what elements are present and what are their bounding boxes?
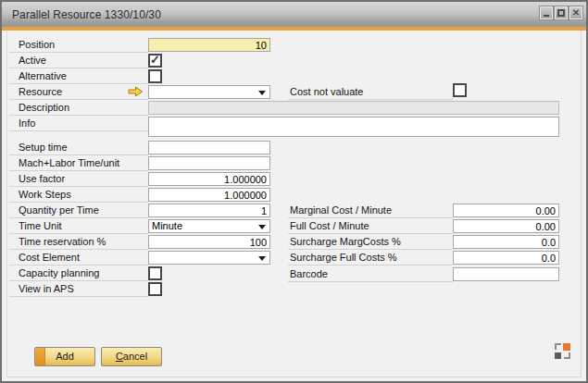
marginal-cost-label: Marginal Cost / Minute: [288, 204, 453, 218]
info-input[interactable]: [148, 117, 559, 137]
maximize-icon: [557, 9, 565, 17]
quantity-per-time-label: Quantity per Time: [9, 204, 148, 218]
minimize-button[interactable]: [540, 6, 553, 19]
dialog-window: Parallel Resource 1330/10/30 ✕ Position …: [0, 0, 588, 383]
description-input: [148, 101, 559, 115]
close-icon: ✕: [572, 8, 580, 18]
active-label: Active: [9, 54, 148, 68]
position-label: Position: [9, 38, 148, 53]
cancel-button-label: Cancel: [116, 351, 147, 362]
chevron-down-icon: [258, 225, 266, 229]
maximize-button[interactable]: [555, 6, 568, 19]
cost-not-valuate-label: Cost not valuate: [288, 85, 453, 100]
view-in-aps-label: View in APS: [9, 282, 148, 297]
time-unit-value: Minute: [152, 220, 182, 231]
window-title: Parallel Resource 1330/10/30: [12, 8, 161, 21]
setup-time-input[interactable]: [148, 141, 270, 154]
info-label: Info: [9, 117, 148, 131]
cost-element-dropdown[interactable]: [148, 251, 270, 265]
add-button[interactable]: Add: [34, 347, 95, 366]
time-reservation-label: Time reservation %: [9, 235, 148, 250]
resource-dropdown[interactable]: [148, 85, 270, 99]
corner-square-orange: [563, 343, 570, 351]
close-button[interactable]: ✕: [569, 6, 582, 19]
mach-labor-label: Mach+Labor Time/unit: [9, 156, 148, 171]
mach-labor-input[interactable]: [148, 156, 270, 170]
use-factor-input[interactable]: [148, 172, 270, 186]
barcode-label: Barcode: [288, 267, 453, 282]
use-factor-label: Use factor: [9, 172, 148, 187]
chevron-down-icon: [258, 91, 266, 95]
time-reservation-input[interactable]: [148, 235, 270, 249]
full-cost-input[interactable]: [453, 219, 559, 233]
description-label: Description: [9, 101, 148, 116]
barcode-input[interactable]: [453, 267, 559, 281]
surcharge-margcosts-label: Surcharge MargCosts %: [288, 235, 453, 250]
setup-time-label: Setup time: [9, 141, 148, 155]
link-arrow-icon[interactable]: [128, 86, 144, 97]
alternative-checkbox[interactable]: [148, 69, 162, 83]
capacity-planning-label: Capacity planning: [9, 266, 148, 281]
capacity-planning-checkbox[interactable]: [148, 266, 162, 280]
marginal-cost-input[interactable]: [453, 204, 559, 217]
position-input[interactable]: [148, 38, 270, 52]
alternative-label: Alternative: [9, 69, 148, 84]
active-checkbox[interactable]: ✓: [148, 54, 162, 68]
cost-not-valuate-checkbox[interactable]: [453, 83, 467, 97]
full-cost-label: Full Cost / Minute: [288, 219, 453, 234]
form-content: Position Active ✓ Alternative Resource C…: [2, 31, 586, 381]
work-steps-label: Work Steps: [9, 188, 148, 203]
check-icon: ✓: [150, 53, 160, 67]
add-button-label: Add: [56, 351, 74, 362]
cancel-button[interactable]: Cancel: [101, 347, 162, 366]
expand-form-icon[interactable]: [555, 343, 570, 359]
quantity-per-time-input[interactable]: [148, 204, 270, 217]
chevron-down-icon: [258, 256, 266, 261]
surcharge-margcosts-input[interactable]: [453, 235, 559, 249]
corner-bracket-topleft: [555, 343, 561, 350]
corner-square-dark: [555, 352, 561, 359]
minimize-icon: [544, 15, 549, 17]
window-controls: ✕: [540, 6, 582, 19]
default-button-marker: [35, 348, 45, 365]
titlebar: Parallel Resource 1330/10/30 ✕: [2, 2, 586, 27]
time-unit-dropdown[interactable]: Minute: [148, 219, 270, 233]
surcharge-fullcosts-input[interactable]: [453, 251, 559, 265]
work-steps-input[interactable]: [148, 188, 270, 202]
corner-bracket-bottomright: [564, 352, 570, 359]
time-unit-label: Time Unit: [9, 219, 148, 234]
surcharge-fullcosts-label: Surcharge Full Costs %: [288, 251, 453, 266]
view-in-aps-checkbox[interactable]: [148, 282, 162, 296]
cost-element-label: Cost Element: [9, 251, 148, 266]
